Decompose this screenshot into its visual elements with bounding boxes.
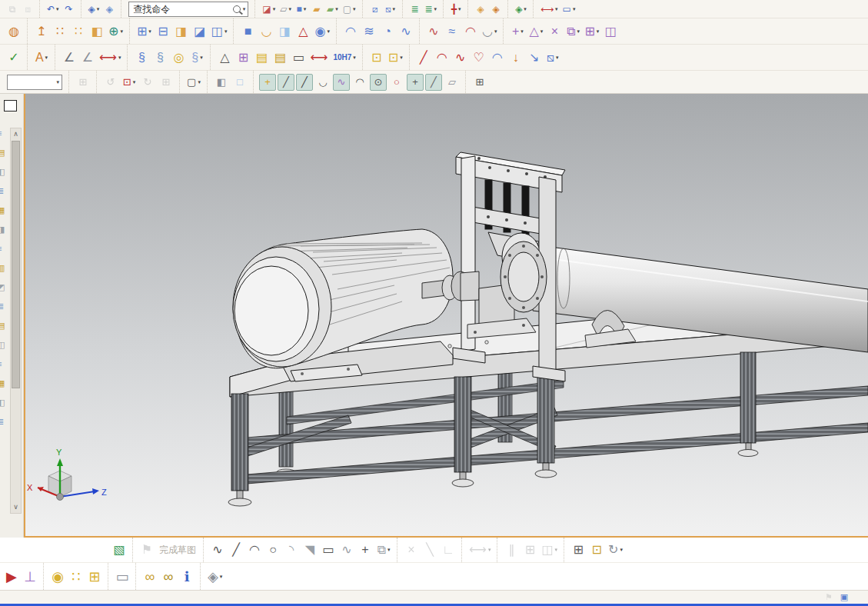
link-info-button[interactable]: ℹ: [178, 568, 195, 585]
offset-face-button[interactable]: △▾: [527, 23, 544, 40]
dropdown-caret-icon[interactable]: ▾: [45, 55, 48, 61]
sidebar-scrollbar[interactable]: ∧ ∨: [10, 128, 22, 514]
snap-pole-toggle[interactable]: ∿: [333, 74, 350, 91]
dropdown-caret-icon[interactable]: ▾: [494, 28, 497, 35]
dropdown-caret-icon[interactable]: ▾: [400, 55, 403, 61]
project-curve-button[interactable]: ↘: [526, 49, 543, 66]
dropdown-caret-icon[interactable]: ▾: [243, 6, 246, 12]
assembly-constraint-button[interactable]: ⊥: [22, 568, 38, 585]
point-set-folder-button[interactable]: ▤: [253, 49, 270, 66]
move-face-button[interactable]: +▾: [509, 23, 526, 40]
delete-face-button[interactable]: ×: [546, 23, 563, 40]
shaded-display-button[interactable]: ■▾: [294, 2, 308, 16]
view-orient-button[interactable]: ◈: [474, 2, 487, 16]
selection-filter-button[interactable]: ⊡▾: [121, 74, 138, 91]
dropdown-caret-icon[interactable]: ▾: [555, 547, 558, 553]
pattern-curve-button[interactable]: ⊞: [570, 541, 587, 558]
snap-face-toggle[interactable]: ▱: [444, 74, 461, 91]
dropdown-caret-icon[interactable]: ▾: [224, 28, 228, 35]
command-finder-search[interactable]: ▾: [128, 2, 248, 17]
crossed-spring-button[interactable]: §▾: [188, 49, 205, 66]
dropdown-caret-icon[interactable]: ▾: [335, 6, 338, 12]
lock-feature-button[interactable]: ⊡: [368, 49, 385, 66]
menu-display-button[interactable]: ◪▾: [261, 2, 277, 16]
sequence-button[interactable]: ▭: [114, 568, 131, 585]
copy-face-button[interactable]: ⧉▾: [564, 23, 581, 40]
dropdown-caret-icon[interactable]: ▾: [573, 6, 576, 12]
deviation-gauge-button[interactable]: ⟷▾: [98, 49, 122, 66]
dropdown-caret-icon[interactable]: ▾: [353, 55, 356, 61]
repeat-command-button[interactable]: ◈▾: [87, 2, 101, 16]
snap-point-on-line-toggle[interactable]: ╱: [425, 74, 442, 91]
surface-patch-button[interactable]: ◔: [379, 23, 396, 40]
touch-mode-button[interactable]: ◈: [102, 2, 116, 16]
snap-curve-toggle[interactable]: ◡: [314, 74, 331, 91]
clip-section-button[interactable]: ⧄: [368, 2, 382, 16]
lock-all-button[interactable]: ⊡▾: [387, 49, 404, 66]
dropdown-caret-icon[interactable]: ▾: [118, 55, 121, 61]
resize-face-button[interactable]: ◫: [602, 23, 619, 40]
heart-curve-button[interactable]: ♡: [471, 49, 487, 66]
dropdown-caret-icon[interactable]: ▾: [597, 28, 600, 35]
snap-quadrant-toggle[interactable]: ○: [388, 74, 405, 91]
window-list-button[interactable]: ≣: [408, 2, 422, 16]
component-group-button[interactable]: ∷: [68, 568, 85, 585]
snap-center-toggle[interactable]: ⊙: [370, 74, 387, 91]
edit-section-button[interactable]: ⧅▾: [384, 2, 397, 16]
scrollbar-thumb[interactable]: [12, 141, 20, 388]
surface-arrow-button[interactable]: ◠: [489, 49, 506, 66]
sheet-tools-button[interactable]: ◡▾: [481, 23, 498, 40]
studio-surface-button[interactable]: ∿: [425, 23, 442, 40]
sketch-circle-button[interactable]: ○: [264, 541, 281, 558]
feature-brush-button[interactable]: ⟷: [308, 49, 329, 66]
line-button[interactable]: ╱: [415, 49, 432, 66]
sketch-offset-button[interactable]: ⧉▾: [375, 541, 392, 558]
layer-list-button[interactable]: ≣▾: [424, 2, 439, 16]
snap-midpoint-toggle[interactable]: ╱: [296, 74, 313, 91]
dropdown-caret-icon[interactable]: ▾: [524, 6, 527, 12]
freeform-button[interactable]: ◠: [462, 23, 479, 40]
dropdown-caret-icon[interactable]: ▾: [393, 6, 396, 12]
ruled-surface-button[interactable]: ◠: [342, 23, 359, 40]
boolean-button[interactable]: ⊕▾: [107, 23, 125, 40]
feature-sphere-button[interactable]: ◍: [5, 23, 22, 40]
note-button[interactable]: ▭: [290, 49, 307, 66]
dropdown-caret-icon[interactable]: ▾: [273, 6, 276, 12]
intersection-curve-button[interactable]: ⧅▾: [544, 49, 561, 66]
dropdown-caret-icon[interactable]: ▾: [540, 28, 544, 35]
sketch-point-button[interactable]: +: [357, 541, 374, 558]
reattach-button[interactable]: ↻▾: [607, 541, 624, 558]
dropdown-caret-icon[interactable]: ▾: [387, 547, 391, 553]
sketch-fillet-button[interactable]: ◝: [283, 541, 300, 558]
through-curves-button[interactable]: ≋: [361, 23, 377, 40]
exploded-view-button[interactable]: ◈▾: [206, 568, 224, 585]
arc-button[interactable]: ◠: [434, 49, 451, 66]
triangle-symbol-button[interactable]: △: [216, 49, 233, 66]
datum-display-button[interactable]: ▰▾: [325, 2, 340, 16]
unite-button[interactable]: ⊞▾: [135, 23, 153, 40]
background-button[interactable]: ▢▾: [341, 2, 358, 16]
measure-link-button[interactable]: ∞: [160, 568, 177, 585]
dropdown-caret-icon[interactable]: ▾: [488, 547, 491, 553]
extension-spring-button[interactable]: §: [151, 49, 168, 66]
washer-spring-button[interactable]: ◎: [170, 49, 187, 66]
thicken-button[interactable]: ◨: [173, 23, 190, 40]
dropdown-caret-icon[interactable]: ▾: [220, 574, 223, 580]
snap-point-toggle[interactable]: +: [259, 74, 276, 91]
chamfer-block-button[interactable]: ◨: [276, 23, 293, 40]
tolerance-table-button[interactable]: ⊞: [234, 49, 251, 66]
assembly-arrow-button[interactable]: ▶: [3, 568, 20, 585]
rotate-view-button[interactable]: ◈: [489, 2, 503, 16]
fit-view-button[interactable]: ▣: [837, 591, 851, 603]
profile-button[interactable]: ∿: [209, 541, 226, 558]
electric-motor[interactable]: [233, 229, 453, 381]
dropdown-caret-icon[interactable]: ▾: [304, 6, 307, 12]
block-button[interactable]: ■: [239, 23, 256, 40]
dropdown-caret-icon[interactable]: ▾: [353, 6, 356, 12]
dropdown-caret-icon[interactable]: ▾: [200, 55, 203, 61]
snapshot-button[interactable]: ◈▾: [514, 2, 528, 16]
convert-reference-button[interactable]: ⊡: [588, 541, 605, 558]
pattern-feature-button[interactable]: ∷: [52, 23, 68, 40]
text-feature-button[interactable]: A▾: [33, 49, 50, 66]
trim-body-button[interactable]: ◪: [191, 23, 208, 40]
